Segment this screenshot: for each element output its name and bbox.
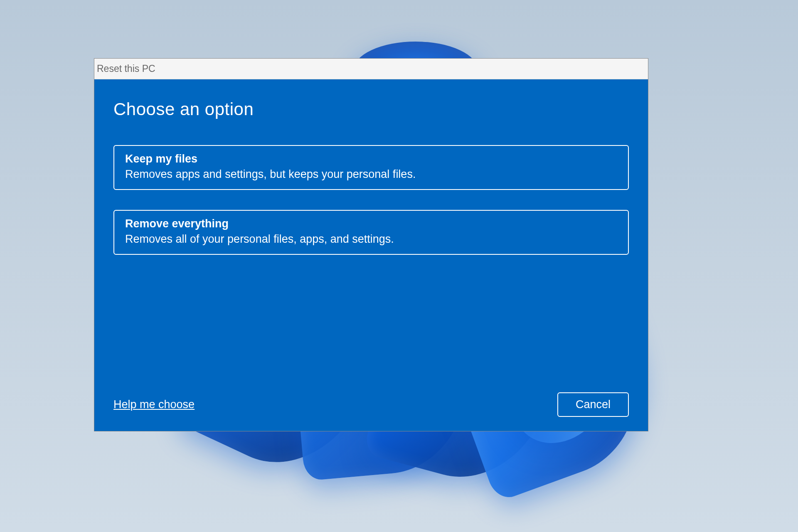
titlebar: Reset this PC <box>94 59 648 79</box>
page-heading: Choose an option <box>113 99 629 119</box>
window-title: Reset this PC <box>97 63 155 74</box>
option-description: Removes all of your personal files, apps… <box>125 233 617 246</box>
cancel-button[interactable]: Cancel <box>557 392 629 417</box>
reset-pc-dialog: Reset this PC Choose an option Keep my f… <box>94 58 648 431</box>
options-list: Keep my files Removes apps and settings,… <box>113 145 629 255</box>
option-keep-my-files[interactable]: Keep my files Removes apps and settings,… <box>113 145 629 190</box>
option-remove-everything[interactable]: Remove everything Removes all of your pe… <box>113 210 629 255</box>
option-title: Keep my files <box>125 153 617 165</box>
option-title: Remove everything <box>125 217 617 230</box>
dialog-footer: Help me choose Cancel <box>113 392 629 417</box>
help-me-choose-link[interactable]: Help me choose <box>113 398 195 411</box>
dialog-content: Choose an option Keep my files Removes a… <box>94 79 648 431</box>
option-description: Removes apps and settings, but keeps you… <box>125 168 617 181</box>
